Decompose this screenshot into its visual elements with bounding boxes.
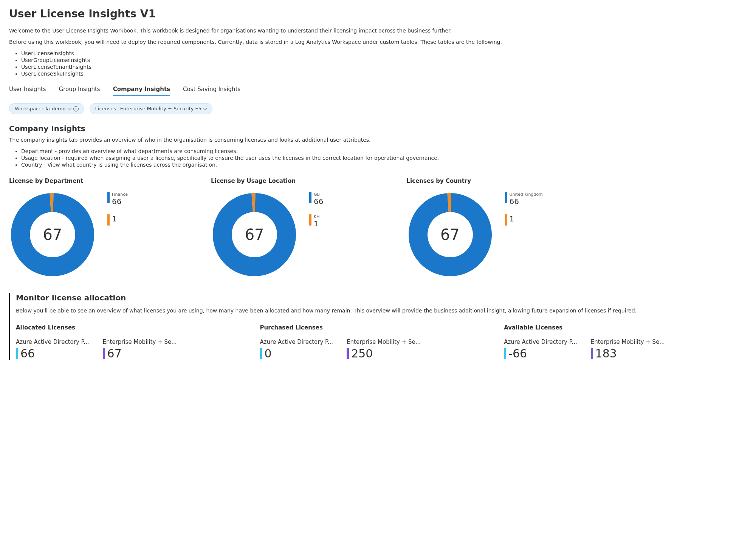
metric-value: -66	[508, 347, 527, 360]
legend-label: GB	[314, 192, 323, 197]
legend-entry: KH 1	[309, 214, 323, 228]
donut-svg: 67	[211, 191, 298, 278]
tab-user-insights[interactable]: User Insights	[9, 86, 46, 96]
intro-block: Welcome to the User License Insights Wor…	[9, 28, 747, 77]
company-bullet-list: Department - provides an overview of wha…	[21, 148, 747, 168]
metric-label: Azure Active Directory P...	[504, 339, 577, 345]
donut-svg: 67	[9, 191, 96, 278]
tab-cost-saving-insights[interactable]: Cost Saving Insights	[183, 86, 240, 96]
donut-title: License by Department	[9, 178, 128, 184]
legend-color-marker	[309, 214, 311, 226]
workspace-filter-value: la-demo	[45, 106, 65, 111]
company-insights-heading: Company Insights	[9, 124, 747, 133]
legend-value: 66	[510, 197, 543, 206]
legend-label: Finance	[112, 192, 128, 197]
metric-label: Enterprise Mobility + Se...	[591, 339, 665, 345]
monitor-desc: Below you'll be able to see an overview …	[10, 308, 747, 314]
metric-row: Allocated Licenses Azure Active Director…	[10, 324, 747, 360]
metric-value: 183	[595, 347, 617, 360]
legend-label: KH	[314, 214, 320, 219]
legend-value: 1	[314, 219, 320, 228]
company-insights-desc: The company insights tab provides an ove…	[9, 137, 747, 143]
donut-legend: GB 66 KH 1	[309, 192, 323, 228]
donut-legend: Finance 66 1	[107, 192, 128, 226]
metric-color-bar	[591, 348, 593, 359]
intro-table-item: UserLicenseTenantInsights	[21, 64, 747, 70]
donut-charts-row: License by Department 67 Finance 66 1 Li…	[9, 178, 747, 278]
donut-total: 67	[245, 226, 264, 243]
metric-group: Allocated Licenses Azure Active Director…	[16, 324, 177, 360]
legend-value: 66	[112, 197, 128, 206]
licenses-filter[interactable]: Licenses: Enterprise Mobility + Security…	[90, 103, 212, 114]
metric-group-title: Available Licenses	[504, 324, 665, 331]
intro-table-item: UserLicenseSkuInsights	[21, 71, 747, 77]
intro-paragraph: Before using this workbook, you will nee…	[9, 39, 747, 45]
tab-group-insights[interactable]: Group Insights	[59, 86, 100, 96]
metric-list: Azure Active Directory P... 66 Enterpris…	[16, 339, 177, 360]
legend-entry: United Kingdom 66	[505, 192, 543, 206]
metric-item: Enterprise Mobility + Se... 67	[103, 339, 177, 360]
licenses-filter-label: Licenses:	[95, 106, 118, 111]
metric-value: 0	[265, 347, 272, 360]
filter-pills: Workspace: la-demo i Licenses: Enterpris…	[9, 103, 747, 114]
legend-color-marker	[505, 214, 507, 226]
legend-entry: GB 66	[309, 192, 323, 206]
legend-entry: 1	[505, 214, 543, 226]
company-bullet-item: Country - View what country is using the…	[21, 162, 747, 168]
company-bullet-item: Usage location - required when assigning…	[21, 155, 747, 161]
chevron-down-icon	[67, 106, 71, 110]
metric-color-bar	[347, 348, 349, 359]
metric-label: Azure Active Directory P...	[16, 339, 89, 345]
metric-group-title: Allocated Licenses	[16, 324, 177, 331]
metric-color-bar	[260, 348, 262, 359]
metric-color-bar	[103, 348, 105, 359]
metric-color-bar	[16, 348, 18, 359]
legend-value: 1	[510, 214, 514, 223]
metric-label: Enterprise Mobility + Se...	[347, 339, 421, 345]
metric-group: Available Licenses Azure Active Director…	[504, 324, 665, 360]
metric-value: 250	[351, 347, 373, 360]
page-title: User License Insights V1	[9, 8, 747, 20]
donut-chart: License by Department 67 Finance 66 1	[9, 178, 128, 278]
info-icon: i	[73, 106, 79, 111]
metric-group-title: Purchased Licenses	[260, 324, 421, 331]
metric-item: Enterprise Mobility + Se... 250	[347, 339, 421, 360]
donut-legend: United Kingdom 66 1	[505, 192, 543, 226]
legend-value: 66	[314, 197, 323, 206]
metric-value: 67	[107, 347, 122, 360]
licenses-filter-value: Enterprise Mobility + Security E5	[120, 106, 201, 111]
tab-bar: User InsightsGroup InsightsCompany Insig…	[9, 86, 747, 96]
legend-entry: Finance 66	[107, 192, 128, 206]
metric-item: Azure Active Directory P... 66	[16, 339, 89, 360]
donut-title: Licenses by Country	[407, 178, 543, 184]
legend-value: 1	[112, 214, 117, 223]
legend-color-marker	[107, 214, 110, 226]
donut-title: License by Usage Location	[211, 178, 323, 184]
intro-table-item: UserGroupLicenseInsights	[21, 57, 747, 63]
metric-value: 66	[20, 347, 35, 360]
donut-chart: License by Usage Location 67 GB 66 KH 1	[211, 178, 323, 278]
legend-color-marker	[107, 192, 110, 203]
chevron-down-icon	[203, 106, 207, 110]
intro-paragraph: Welcome to the User License Insights Wor…	[9, 28, 747, 34]
legend-label: United Kingdom	[510, 192, 543, 197]
legend-color-marker	[309, 192, 311, 203]
metric-item: Azure Active Directory P... -66	[504, 339, 577, 360]
metric-label: Enterprise Mobility + Se...	[103, 339, 177, 345]
legend-entry: 1	[107, 214, 128, 226]
intro-table-item: UserLicenseInsights	[21, 50, 747, 56]
workspace-filter[interactable]: Workspace: la-demo i	[9, 103, 84, 114]
metric-item: Azure Active Directory P... 0	[260, 339, 333, 360]
metric-list: Azure Active Directory P... -66 Enterpri…	[504, 339, 665, 360]
workspace-filter-label: Workspace:	[15, 106, 43, 111]
donut-total: 67	[440, 226, 460, 243]
metric-item: Enterprise Mobility + Se... 183	[591, 339, 665, 360]
metric-list: Azure Active Directory P... 0 Enterprise…	[260, 339, 421, 360]
metric-color-bar	[504, 348, 506, 359]
monitor-heading: Monitor license allocation	[10, 293, 747, 302]
donut-svg: 67	[407, 191, 494, 278]
metric-group: Purchased Licenses Azure Active Director…	[260, 324, 421, 360]
tab-company-insights[interactable]: Company Insights	[113, 86, 170, 96]
donut-total: 67	[43, 226, 62, 243]
metric-label: Azure Active Directory P...	[260, 339, 333, 345]
